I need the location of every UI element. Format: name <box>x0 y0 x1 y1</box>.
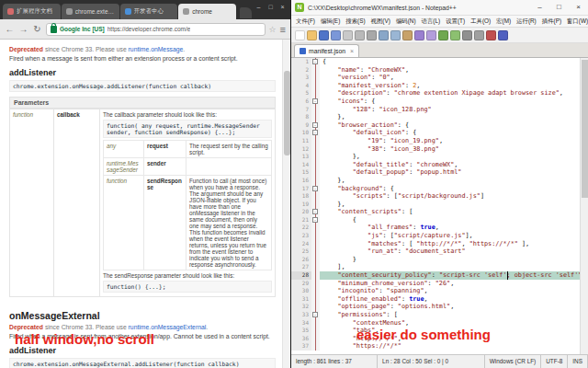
forward-icon[interactable]: → <box>18 24 28 34</box>
print-icon[interactable] <box>367 30 377 40</box>
editor-line[interactable]: 19 }, <box>291 201 580 209</box>
editor-line[interactable]: 9- "browser_action": { <box>291 121 580 130</box>
editor-line[interactable]: 2 "name": "ChromeWX", <box>291 66 580 75</box>
fold-collapse-icon[interactable]: - <box>312 98 318 104</box>
replace-icon[interactable] <box>450 30 460 40</box>
menu-item[interactable]: 运行(R) <box>514 17 539 26</box>
editor-line[interactable]: 26 } <box>291 256 580 264</box>
fold-collapse-icon[interactable]: - <box>312 186 318 191</box>
editor-line[interactable]: 14 "default_title": "chromeWX", <box>291 161 580 169</box>
editor-line[interactable]: 1-{ <box>291 58 580 66</box>
editor-line[interactable]: 8 }, <box>291 113 580 121</box>
browser-menu-icon[interactable]: ≡ <box>280 24 286 35</box>
code-editor[interactable]: 1-{2 "name": "ChromeWX",3 "version": "0"… <box>291 58 588 354</box>
menu-item[interactable]: 宏(M) <box>493 17 514 26</box>
editor-line[interactable]: 23 "js": ["script/capture.js"], <box>291 232 580 240</box>
editor-line[interactable]: 7 "128": "icon_128.png" <box>291 106 580 114</box>
find-icon[interactable] <box>438 30 448 40</box>
bookmark-star-icon[interactable]: ☆ <box>269 25 277 34</box>
editor-line[interactable]: 30 "incognito": "spanning", <box>291 287 580 295</box>
npp-titlebar[interactable]: N C:\XX\Desktop\chromeWX\manifest.json -… <box>291 0 588 16</box>
fold-collapse-icon[interactable]: - <box>312 312 318 317</box>
maximize-button[interactable]: □ <box>265 2 277 12</box>
editor-line[interactable]: 11 "19": "icon_19.png", <box>291 137 580 145</box>
menu-item[interactable]: 视图(V) <box>368 17 393 26</box>
maximize-button[interactable]: □ <box>549 0 569 15</box>
minimize-button[interactable]: – <box>253 2 265 12</box>
editor-line[interactable]: 16 }, <box>291 177 580 185</box>
browser-tab[interactable]: chrome <box>178 4 236 19</box>
editor-line[interactable]: 10- "default_icon": { <box>291 129 580 137</box>
ssl-org-label[interactable]: Google Inc [US] <box>60 26 105 32</box>
scrollbar-thumb[interactable] <box>284 71 290 155</box>
fold-collapse-icon[interactable]: - <box>312 209 318 214</box>
new-file-icon[interactable] <box>295 30 305 40</box>
cut-icon[interactable] <box>379 30 389 40</box>
editor-line[interactable]: 31 "offline_enabled": true, <box>291 295 580 304</box>
browser-tab[interactable]: 开发者中心 <box>120 4 178 19</box>
menu-item[interactable]: 编辑(E) <box>318 17 343 26</box>
editor-line[interactable]: 5 "description": "chrome extention Xipag… <box>291 89 580 98</box>
browser-tab[interactable]: chrome.extension… <box>62 4 119 19</box>
close-file-icon[interactable] <box>343 30 353 40</box>
copy-icon[interactable] <box>390 30 401 40</box>
editor-line[interactable]: 25 "run_at": "document_start" <box>291 247 580 256</box>
menu-item[interactable]: 设置(T) <box>443 17 468 26</box>
runtime-onmessage-link[interactable]: runtime.onMessage <box>129 46 184 52</box>
fold-collapse-icon[interactable]: - <box>312 59 318 64</box>
editor-line[interactable]: 13 }, <box>291 153 580 161</box>
zoom-out-icon[interactable] <box>474 30 484 40</box>
param-type-link[interactable]: runtime.MessageSender <box>104 158 144 176</box>
editor-line[interactable]: 21- { <box>291 216 580 224</box>
fold-collapse-icon[interactable]: - <box>312 122 318 128</box>
doc-vertical-scrollbar[interactable] <box>282 40 290 368</box>
editor-line[interactable]: 37 "https://*/*" <box>291 342 580 351</box>
redo-icon[interactable] <box>426 30 436 40</box>
close-button[interactable]: × <box>277 2 288 12</box>
editor-line[interactable]: 18 "scripts": ["script/background.js"] <box>291 192 580 201</box>
editor-line[interactable]: 12 "38": "icon_38.png" <box>291 145 580 154</box>
url-text[interactable]: https://developer.chrome.com/e <box>107 26 191 32</box>
play-macro-icon[interactable] <box>498 30 508 40</box>
editor-line[interactable]: 6- "icons": { <box>291 98 580 106</box>
editor-line[interactable]: 32 "options_page": "options.html", <box>291 303 580 311</box>
editor-line[interactable]: 28 "content_security_policy": "script-sr… <box>291 271 580 280</box>
back-icon[interactable]: ← <box>5 24 15 34</box>
browser-tab[interactable]: 扩展程序文档 <box>3 4 61 19</box>
menu-item[interactable]: 文件(F) <box>293 17 318 26</box>
editor-line[interactable]: 4 "manifest_version": 2, <box>291 82 580 90</box>
close-button[interactable]: × <box>569 0 588 15</box>
fold-collapse-icon[interactable]: - <box>312 217 318 223</box>
editor-vertical-scrollbar[interactable] <box>580 58 588 354</box>
padlock-icon[interactable] <box>51 26 57 33</box>
editor-line[interactable]: 34 "contextMenus", <box>291 319 580 328</box>
menu-item[interactable]: 搜索(S) <box>343 17 368 26</box>
editor-line[interactable]: 27 ], <box>291 263 580 271</box>
menu-item[interactable]: 工具(O) <box>468 17 493 26</box>
editor-line[interactable]: 17- "background": { <box>291 185 580 193</box>
menu-item[interactable]: 语言(L) <box>419 17 444 26</box>
record-macro-icon[interactable] <box>486 30 496 40</box>
undo-icon[interactable] <box>414 30 424 40</box>
editor-line[interactable]: 15 "default_popup": "popup.html" <box>291 168 580 177</box>
save-all-icon[interactable] <box>331 30 341 40</box>
file-tab-manifest[interactable]: manifest.json × <box>294 44 359 57</box>
omnibox[interactable]: Google Inc [US] https://developer.chrome… <box>46 23 266 36</box>
editor-line[interactable]: 20- "content_scripts": [ <box>291 208 580 216</box>
editor-line[interactable]: 33- "permissions": [ <box>291 311 580 319</box>
paste-icon[interactable] <box>402 30 413 40</box>
fold-collapse-icon[interactable]: - <box>312 130 318 135</box>
minimize-button[interactable]: – <box>530 0 549 15</box>
editor-line[interactable]: 24 "matches": [ "http://*/*", "https://*… <box>291 240 580 248</box>
zoom-in-icon[interactable] <box>462 30 472 40</box>
reload-icon[interactable]: ↻ <box>32 24 42 34</box>
save-icon[interactable] <box>319 30 329 40</box>
menu-item[interactable]: 插件(P) <box>539 17 564 26</box>
menu-item[interactable]: 窗口(W) <box>564 17 588 26</box>
close-all-icon[interactable] <box>355 30 365 40</box>
editor-line[interactable]: 3 "version": "0", <box>291 74 580 82</box>
open-folder-icon[interactable] <box>307 30 317 40</box>
editor-line[interactable]: 22 "all_frames": true, <box>291 224 580 232</box>
runtime-onmessageexternal-link[interactable]: runtime.onMessageExternal <box>129 324 207 330</box>
tab-close-icon[interactable]: × <box>350 48 354 54</box>
